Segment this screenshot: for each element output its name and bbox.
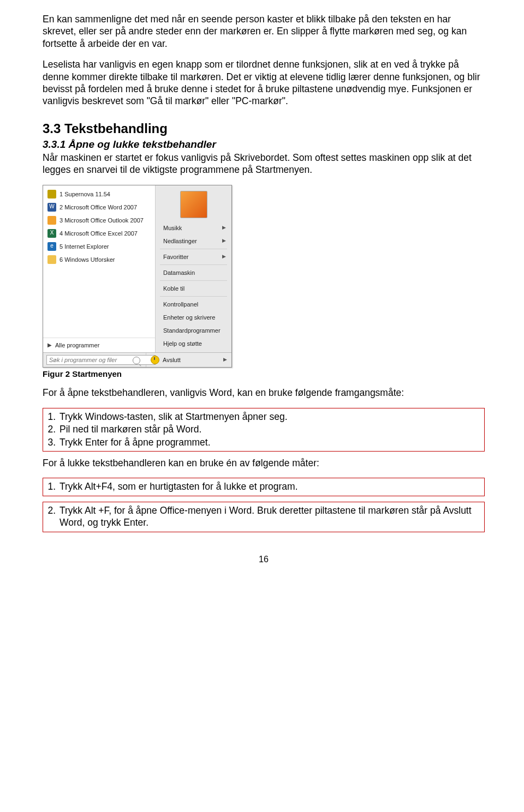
folder-icon — [47, 255, 56, 264]
startmenu-all-programs-label: Alle programmer — [52, 341, 151, 349]
link-label: Datamaskin — [163, 269, 195, 276]
supernova-icon — [47, 190, 56, 199]
page-number: 16 — [43, 554, 485, 565]
startmenu-item-outlook[interactable]: 3 Microsoft Office Outlook 2007 — [43, 214, 155, 227]
startmenu-item-supernova[interactable]: 1 Supernova 11.54 — [43, 188, 155, 201]
link-label: Standardprogrammer — [163, 327, 221, 334]
startmenu-item-label: 6 Windows Utforsker — [59, 256, 115, 263]
heading-3: 3.3.1 Åpne og lukke tekstbehandler — [43, 138, 485, 151]
list-item: Pil ned til markøren står på Word. — [58, 423, 481, 435]
shutdown-button[interactable]: Avslutt ▶ — [146, 353, 231, 367]
startmenu-link-computer[interactable]: Datamaskin — [156, 266, 231, 279]
excel-icon: X — [47, 229, 56, 238]
link-label: Koble til — [163, 285, 184, 292]
chevron-right-icon: ▶ — [222, 254, 226, 260]
startmenu-figure: 1 Supernova 11.54 W 2 Microsoft Office W… — [43, 185, 232, 368]
chevron-right-icon: ▶ — [47, 342, 52, 349]
shutdown-label: Avslutt — [163, 356, 181, 364]
list-item: Trykk Alt +F, for å åpne Office-menyen i… — [58, 504, 481, 529]
startmenu-item-word[interactable]: W 2 Microsoft Office Word 2007 — [43, 201, 155, 214]
link-label: Enheter og skrivere — [163, 314, 215, 321]
startmenu-item-label: 2 Microsoft Office Word 2007 — [59, 203, 137, 211]
startmenu-link-devices[interactable]: Enheter og skrivere — [156, 311, 231, 324]
startmenu-item-ie[interactable]: e 5 Internet Explorer — [43, 240, 155, 253]
startmenu-item-label: 5 Internet Explorer — [59, 243, 109, 250]
instruction-box: Trykk Windows-tasten, slik at Startmenye… — [43, 408, 485, 452]
link-label: Favoritter — [163, 253, 188, 261]
startmenu-link-favorites[interactable]: Favoritter▶ — [156, 250, 231, 263]
startmenu-link-downloads[interactable]: Nedlastinger▶ — [156, 234, 231, 248]
heading-2: 3.3 Tekstbehandling — [43, 121, 485, 137]
word-icon: W — [47, 203, 56, 212]
ie-icon: e — [47, 242, 56, 251]
body-paragraph: For å lukke tekstbehandleren kan en bruk… — [43, 457, 485, 469]
link-label: Hjelp og støtte — [163, 340, 202, 347]
list-item: Trykk Windows-tasten, slik at Startmenye… — [58, 411, 481, 423]
startmenu-left-pane: 1 Supernova 11.54 W 2 Microsoft Office W… — [43, 185, 156, 353]
link-label: Musikk — [163, 224, 182, 232]
startmenu-link-connect[interactable]: Koble til — [156, 282, 231, 295]
startmenu-link-controlpanel[interactable]: Kontrollpanel — [156, 298, 231, 311]
power-icon — [151, 356, 159, 364]
figure-caption: Figur 2 Startmenyen — [43, 369, 485, 379]
startmenu-all-programs[interactable]: ▶ Alle programmer — [43, 338, 155, 352]
body-paragraph: Når maskinen er startet er fokus vanligv… — [43, 152, 485, 176]
link-label: Kontrollpanel — [163, 300, 198, 308]
chevron-right-icon: ▶ — [223, 357, 227, 363]
startmenu-link-defaults[interactable]: Standardprogrammer — [156, 324, 231, 337]
startmenu-search — [43, 353, 146, 367]
startmenu-right-pane: Musikk▶ Nedlastinger▶ Favoritter▶ Datama… — [156, 185, 231, 353]
instruction-box: Trykk Alt +F, for å åpne Office-menyen i… — [43, 502, 485, 532]
list-item: Trykk Enter for å åpne programmet. — [58, 436, 481, 448]
body-paragraph: Leselista har vanligvis en egen knapp so… — [43, 58, 485, 107]
startmenu-link-music[interactable]: Musikk▶ — [156, 221, 231, 234]
body-paragraph: En kan sammenligne det med når en seende… — [43, 13, 485, 50]
startmenu-item-explorer[interactable]: 6 Windows Utforsker — [43, 253, 155, 266]
body-paragraph: For å åpne tekstbehandleren, vanligvis W… — [43, 387, 485, 399]
startmenu-item-label: 4 Microsoft Office Excel 2007 — [59, 230, 138, 237]
outlook-icon — [47, 216, 56, 225]
startmenu-item-excel[interactable]: X 4 Microsoft Office Excel 2007 — [43, 227, 155, 240]
user-avatar[interactable] — [180, 191, 207, 218]
startmenu-item-label: 3 Microsoft Office Outlook 2007 — [59, 216, 144, 224]
chevron-right-icon: ▶ — [222, 225, 226, 231]
startmenu-item-label: 1 Supernova 11.54 — [59, 190, 110, 198]
startmenu-link-help[interactable]: Hjelp og støtte — [156, 337, 231, 350]
link-label: Nedlastinger — [163, 237, 197, 245]
instruction-box: Trykk Alt+F4, som er hurtigtasten for å … — [43, 478, 485, 496]
list-item: Trykk Alt+F4, som er hurtigtasten for å … — [58, 480, 481, 492]
chevron-right-icon: ▶ — [222, 238, 226, 244]
